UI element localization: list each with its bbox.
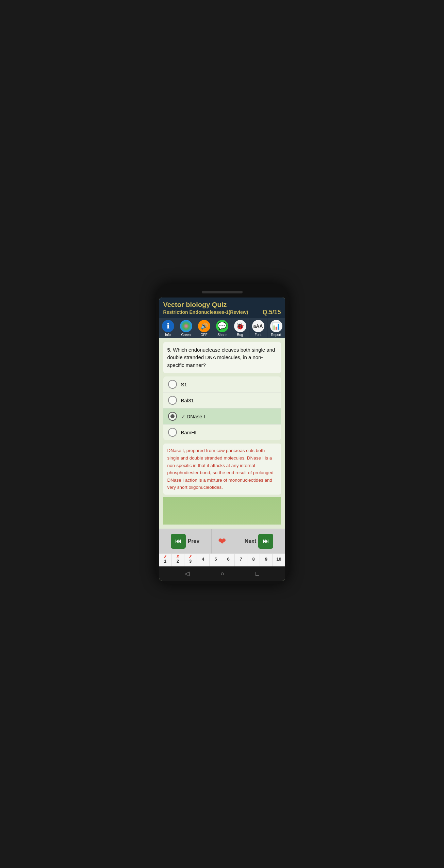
option-a[interactable]: S1 [163, 376, 281, 392]
quiz-subtitle: Restriction Endonucleases-1(Review) [163, 309, 248, 315]
toolbar-bug-label: Bug [237, 333, 243, 337]
q-num-label-4: 4 [202, 557, 204, 562]
option-d[interactable]: BamHI [163, 424, 281, 440]
sound-icon: 🔊 [198, 320, 210, 332]
next-icon-button[interactable]: ⏭ [258, 534, 273, 549]
home-button[interactable]: ○ [221, 570, 225, 577]
back-button[interactable]: ◁ [185, 570, 190, 577]
question-number: 5 [167, 347, 170, 353]
toolbar-share[interactable]: 💬 Share [213, 318, 231, 338]
question-container: 5. Which endonuclease cleaves both singl… [163, 342, 281, 373]
q-num-label-5: 5 [214, 557, 217, 562]
option-b[interactable]: Bal31 [163, 392, 281, 408]
checkmark-icon: ✓ [181, 413, 185, 420]
explanation-text: DNase I, prepared from cow pancreas cuts… [167, 447, 277, 491]
q-num-10[interactable]: 10 [273, 554, 285, 566]
q-num-label-1: 1 [164, 559, 166, 564]
option-b-text: Bal31 [181, 398, 194, 403]
toolbar-bug[interactable]: 🐞 Bug [231, 318, 249, 338]
info-icon: ℹ [162, 320, 174, 332]
toolbar-share-label: Share [217, 333, 227, 337]
q-num-label-10: 10 [276, 557, 281, 562]
font-icon: aAA [252, 320, 264, 332]
toolbar-report[interactable]: 📊 Report [267, 318, 285, 338]
next-label: Next [245, 538, 257, 544]
x-mark-3: ✗ [189, 554, 192, 559]
toolbar-green[interactable]: Green [177, 318, 195, 338]
toolbar-font-label: Font [254, 333, 261, 337]
x-mark-1: ✗ [164, 554, 167, 559]
phone-frame: Vector biology Quiz Restriction Endonucl… [156, 284, 289, 584]
android-nav-bar: ◁ ○ □ [159, 566, 285, 581]
toolbar-info-label: Info [165, 333, 171, 337]
question-body: . Which endonuclease cleaves both single… [167, 347, 275, 368]
q-num-1[interactable]: ✗ 1 [159, 554, 172, 566]
q-num-9[interactable]: 9 [260, 554, 273, 566]
recents-button[interactable]: □ [256, 570, 259, 577]
toolbar-sound[interactable]: 🔊 OFF [195, 318, 213, 338]
radio-b [168, 396, 177, 405]
option-d-text: BamHI [181, 430, 197, 435]
question-numbers-bar: ✗ 1 ✗ 2 ✗ 3 4 5 6 7 8 [159, 553, 285, 566]
question-counter: Q.5/15 [262, 309, 281, 316]
heart-button[interactable]: ❤ [211, 529, 233, 553]
q-num-4[interactable]: 4 [197, 554, 210, 566]
prev-button[interactable]: ⏮ Prev [159, 529, 211, 553]
option-c[interactable]: ✓DNase I [163, 408, 281, 424]
q-num-label-2: 2 [177, 559, 179, 564]
q-num-label-6: 6 [227, 557, 229, 562]
next-button[interactable]: Next ⏭ [233, 529, 285, 553]
q-num-label-3: 3 [189, 559, 192, 564]
q-num-2[interactable]: ✗ 2 [172, 554, 184, 566]
question-text: 5. Which endonuclease cleaves both singl… [167, 346, 277, 369]
option-a-text: S1 [181, 382, 187, 387]
toolbar-report-label: Report [271, 333, 281, 337]
app-title: Vector biology Quiz [163, 301, 281, 309]
green-icon [180, 320, 192, 332]
header: Vector biology Quiz Restriction Endonucl… [159, 298, 285, 318]
toolbar-info[interactable]: ℹ Info [159, 318, 177, 338]
explanation-container: DNase I, prepared from cow pancreas cuts… [163, 444, 281, 495]
option-c-text: ✓DNase I [181, 413, 205, 420]
q-num-7[interactable]: 7 [235, 554, 247, 566]
screen: Vector biology Quiz Restriction Endonucl… [159, 298, 285, 581]
toolbar: ℹ Info Green 🔊 OFF 💬 Share 🐞 Bug aAA F [159, 318, 285, 338]
toolbar-sound-label: OFF [201, 333, 208, 337]
header-subtitle: Restriction Endonucleases-1(Review) Q.5/… [163, 309, 281, 316]
navigation-bar: ⏮ Prev ❤ Next ⏭ [159, 529, 285, 553]
bug-icon: 🐞 [234, 320, 246, 332]
radio-c [168, 412, 177, 421]
report-icon: 📊 [270, 320, 282, 332]
radio-a [168, 380, 177, 389]
q-num-8[interactable]: 8 [247, 554, 260, 566]
q-num-5[interactable]: 5 [210, 554, 222, 566]
prev-icon-button[interactable]: ⏮ [171, 534, 186, 549]
q-num-label-7: 7 [240, 557, 242, 562]
q-num-label-8: 8 [252, 557, 255, 562]
x-mark-2: ✗ [176, 554, 179, 559]
toolbar-font[interactable]: aAA Font [249, 318, 267, 338]
content-area: 5. Which endonuclease cleaves both singl… [159, 338, 285, 529]
heart-icon: ❤ [218, 536, 226, 547]
toolbar-green-label: Green [181, 333, 191, 337]
radio-d [168, 428, 177, 437]
options-container: S1 Bal31 ✓DNase I BamHI [163, 376, 281, 440]
q-num-3[interactable]: ✗ 3 [184, 554, 197, 566]
prev-label: Prev [188, 538, 200, 544]
share-icon: 💬 [216, 320, 228, 332]
green-decoration-area [163, 497, 281, 525]
notch [202, 291, 243, 293]
q-num-6[interactable]: 6 [222, 554, 235, 566]
q-num-label-9: 9 [265, 557, 267, 562]
